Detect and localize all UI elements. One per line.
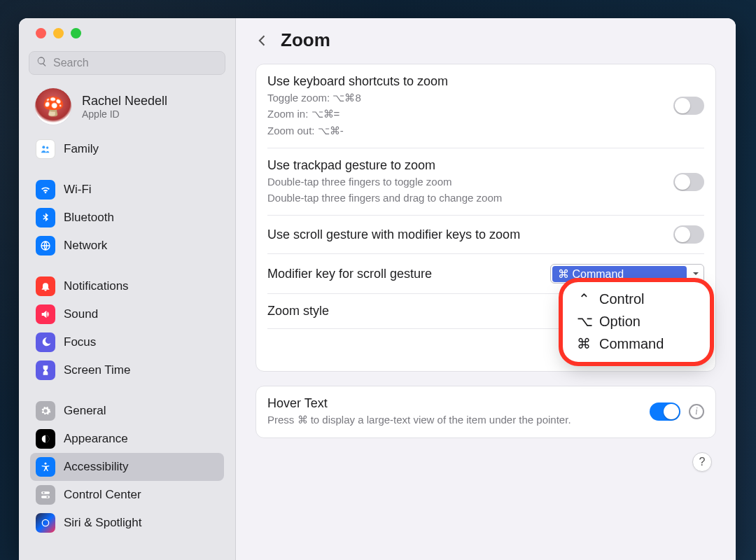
setting-desc: Toggle zoom: ⌥⌘8	[267, 91, 665, 105]
sidebar-item-network[interactable]: Network	[30, 232, 224, 260]
sidebar-item-label: Bluetooth	[64, 211, 114, 225]
svg-rect-5	[41, 491, 50, 493]
network-icon	[36, 236, 55, 255]
trackpad-gesture-setting: Use trackpad gesture to zoom Double-tap …	[267, 148, 704, 216]
content-pane: Zoom Use keyboard shortcuts to zoom Togg…	[236, 18, 736, 560]
setting-desc: Press ⌘ to display a large-text view of …	[267, 413, 641, 427]
general-icon	[36, 401, 55, 421]
setting-desc: Double-tap three fingers to toggle zoom	[267, 175, 665, 189]
sidebar: 🍄 Rachel Needell Apple ID Family Wi-Fi	[19, 18, 236, 560]
zoom-panel: Use keyboard shortcuts to zoom Toggle zo…	[255, 64, 716, 372]
modifier-option-option[interactable]: ⌥ Option	[575, 310, 697, 332]
sidebar-item-accessibility[interactable]: Accessibility	[30, 453, 224, 481]
trackpad-gesture-toggle[interactable]	[673, 173, 704, 191]
setting-label: Zoom style	[267, 304, 329, 318]
sidebar-item-appearance[interactable]: Appearance	[30, 425, 224, 453]
hover-text-setting: Hover Text Press ⌘ to display a large-te…	[267, 386, 704, 437]
scroll-modifier-toggle[interactable]	[673, 225, 704, 244]
appearance-icon	[36, 429, 55, 449]
apple-id-profile[interactable]: 🍄 Rachel Needell Apple ID	[30, 83, 224, 135]
focus-icon	[36, 332, 55, 352]
hover-text-toggle[interactable]	[650, 402, 680, 421]
sidebar-item-label: Accessibility	[64, 460, 129, 474]
svg-point-8	[46, 496, 48, 498]
profile-name: Rachel Needell	[82, 94, 167, 108]
sidebar-item-controlcenter[interactable]: Control Center	[30, 481, 224, 509]
modifier-key-select[interactable]: ⌘ Command	[550, 264, 704, 284]
select-value: ⌘ Command	[552, 266, 687, 282]
sidebar-item-wifi[interactable]: Wi-Fi	[30, 176, 224, 204]
controlcenter-icon	[36, 485, 55, 505]
back-button[interactable]	[255, 34, 270, 48]
info-icon[interactable]: i	[689, 404, 704, 419]
sidebar-item-label: Control Center	[64, 488, 141, 502]
svg-point-0	[42, 146, 45, 148]
chevron-down-icon	[688, 270, 704, 277]
sidebar-item-label: Siri & Spotlight	[64, 516, 142, 530]
setting-label: Hover Text	[267, 396, 641, 411]
setting-label: Modifier key for scroll gesture	[267, 267, 432, 281]
modifier-key-menu: ⌃ Control ⌥ Option ⌘ Command	[563, 282, 710, 362]
setting-desc: Zoom in: ⌥⌘=	[267, 107, 665, 121]
sidebar-item-screentime[interactable]: Screen Time	[30, 356, 224, 384]
setting-label: Use scroll gesture with modifier keys to…	[267, 227, 665, 242]
help-button[interactable]: ?	[692, 452, 712, 472]
sidebar-item-label: Notifications	[64, 279, 129, 293]
close-window-button[interactable]	[36, 28, 46, 38]
bluetooth-icon	[36, 208, 55, 227]
modifier-key-setting: Modifier key for scroll gesture ⌘ Comman…	[267, 254, 704, 294]
wifi-icon	[36, 180, 55, 200]
sidebar-item-sound[interactable]: Sound	[30, 300, 224, 328]
sidebar-item-label: Screen Time	[64, 363, 130, 377]
sidebar-item-label: Appearance	[64, 432, 128, 446]
screentime-icon	[36, 360, 55, 380]
sidebar-item-general[interactable]: General	[30, 397, 224, 425]
sidebar-item-family[interactable]: Family	[30, 135, 224, 163]
sidebar-item-label: Network	[64, 239, 107, 253]
sidebar-item-siri[interactable]: Siri & Spotlight	[30, 509, 224, 537]
page-title: Zoom	[281, 29, 330, 51]
profile-sub: Apple ID	[82, 108, 167, 120]
search-field[interactable]	[29, 51, 225, 75]
svg-point-7	[43, 492, 45, 494]
sidebar-item-label: Sound	[64, 307, 98, 321]
search-icon	[36, 56, 48, 70]
sidebar-item-notifications[interactable]: Notifications	[30, 272, 224, 300]
sound-icon	[36, 304, 55, 324]
setting-label: Use trackpad gesture to zoom	[267, 158, 665, 173]
setting-desc: Zoom out: ⌥⌘-	[267, 124, 665, 138]
svg-point-4	[45, 463, 47, 465]
siri-icon	[36, 513, 55, 533]
control-key-icon: ⌃	[577, 290, 591, 307]
family-icon	[36, 139, 55, 159]
search-input[interactable]	[53, 57, 218, 69]
sidebar-item-label: Focus	[64, 335, 96, 349]
sidebar-item-focus[interactable]: Focus	[30, 328, 224, 356]
modifier-option-command[interactable]: ⌘ Command	[575, 332, 697, 355]
command-key-icon: ⌘	[577, 335, 591, 352]
option-key-icon: ⌥	[577, 313, 591, 330]
svg-point-9	[42, 519, 48, 526]
setting-label: Use keyboard shortcuts to zoom	[267, 74, 665, 89]
sidebar-item-label: Family	[64, 142, 99, 156]
fullscreen-window-button[interactable]	[71, 28, 81, 38]
minimize-window-button[interactable]	[53, 28, 64, 38]
option-label: Option	[599, 314, 640, 330]
svg-point-1	[46, 146, 48, 148]
sidebar-item-label: General	[64, 404, 106, 418]
sidebar-scroll[interactable]: 🍄 Rachel Needell Apple ID Family Wi-Fi	[19, 83, 235, 560]
hover-text-panel: Hover Text Press ⌘ to display a large-te…	[255, 386, 716, 438]
modifier-option-control[interactable]: ⌃ Control	[575, 288, 697, 310]
sidebar-item-label: Wi-Fi	[64, 183, 92, 197]
scroll-modifier-setting: Use scroll gesture with modifier keys to…	[267, 216, 704, 254]
help-icon: ?	[699, 456, 706, 468]
window-controls	[19, 28, 235, 38]
keyboard-shortcuts-setting: Use keyboard shortcuts to zoom Toggle zo…	[267, 64, 704, 148]
svg-rect-6	[41, 496, 50, 498]
option-label: Control	[599, 291, 644, 307]
keyboard-shortcuts-toggle[interactable]	[673, 97, 704, 115]
help-button-wrap: ?	[692, 452, 712, 490]
setting-desc: Double-tap three fingers and drag to cha…	[267, 191, 665, 205]
option-label: Command	[599, 336, 664, 352]
sidebar-item-bluetooth[interactable]: Bluetooth	[30, 204, 224, 232]
